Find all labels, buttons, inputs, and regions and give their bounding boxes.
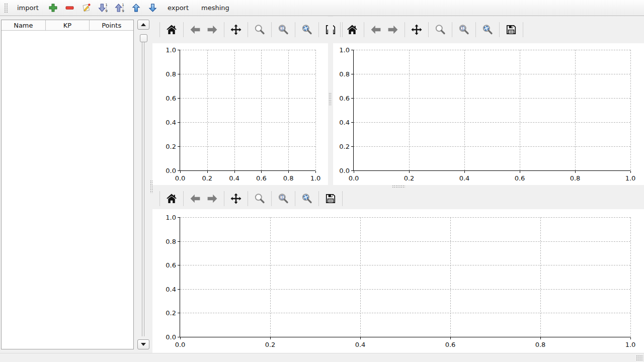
back-button[interactable] (369, 23, 383, 37)
svg-text:1: 1 (461, 26, 464, 31)
zoom-button[interactable] (433, 23, 447, 37)
forward-button[interactable] (205, 192, 219, 206)
gridline (354, 146, 630, 147)
import-button[interactable]: import (12, 2, 44, 14)
column-header-kp[interactable]: KP (46, 20, 90, 30)
x-tick-label: 0.2 (404, 174, 415, 182)
home-icon (166, 24, 178, 36)
home-icon (346, 24, 358, 36)
zoom-fit-button[interactable] (480, 23, 495, 37)
gridline (315, 50, 316, 170)
scrollbar-thumb[interactable] (140, 34, 147, 42)
toolbar-grip-handle[interactable] (4, 3, 8, 13)
zoom-icon (254, 24, 266, 36)
x-tick-mark (261, 171, 262, 173)
forward-button[interactable] (386, 23, 400, 37)
x-tick-mark (630, 337, 631, 339)
toolbar-separator (183, 22, 184, 37)
save-button[interactable] (504, 23, 518, 37)
column-header-points[interactable]: Points (90, 20, 133, 30)
zoom-original-button[interactable]: 1 (276, 23, 290, 37)
back-button[interactable] (188, 23, 202, 37)
x-tick-label: 1.0 (625, 174, 636, 182)
column-header-name[interactable]: Name (2, 20, 46, 30)
toolbar-separator (248, 191, 248, 206)
zoom-icon (434, 24, 446, 36)
segments-table: NameKPPoints (1, 20, 134, 349)
pan-button[interactable] (229, 23, 243, 37)
gridline (354, 98, 630, 99)
add-row-button[interactable] (46, 2, 61, 15)
x-tick-label: 0.2 (202, 174, 212, 182)
triangle-up-icon (141, 23, 146, 26)
toolbar-separator (405, 22, 405, 37)
x-tick-mark (575, 171, 576, 173)
zoom-fit-button[interactable] (300, 192, 314, 206)
zoom-button[interactable] (253, 192, 267, 206)
sort-ascending-button[interactable]: 19 (112, 2, 127, 15)
sash-grip-icon (392, 185, 405, 188)
zoom-fit-icon (301, 24, 313, 36)
home-icon (166, 193, 178, 205)
scrollbar-up-button[interactable] (137, 20, 149, 30)
meshing-button[interactable]: meshing (196, 2, 235, 14)
x-tick-mark (464, 171, 465, 173)
plot-panel-bottom: 1 0.00.20.40.60.81.00.00.20.40.60.81.0 (152, 188, 644, 353)
y-tick-label: 0.0 (166, 333, 176, 341)
y-tick-mark (178, 217, 180, 218)
plot-axes[interactable]: 0.00.20.40.60.81.00.00.20.40.60.81.0 (353, 50, 630, 171)
y-tick-label: 0.4 (339, 119, 350, 126)
y-tick-label: 1.0 (339, 46, 350, 54)
gridline (180, 217, 630, 218)
plot-canvas-top-left[interactable]: 0.00.20.40.60.81.00.00.20.40.60.81.0 (152, 43, 328, 185)
pan-button[interactable] (229, 192, 243, 206)
zoom-original-icon: 1 (277, 24, 289, 36)
home-button[interactable] (345, 23, 359, 37)
pan-button[interactable] (410, 23, 424, 37)
back-button[interactable] (188, 192, 202, 206)
zoom-fit-button[interactable] (300, 23, 314, 37)
zoom-original-button[interactable]: 1 (457, 23, 471, 37)
move-down-button[interactable] (145, 2, 160, 15)
export-button[interactable]: export (162, 2, 194, 14)
gridline (464, 50, 465, 170)
gridline (354, 50, 630, 50)
sort-descending-button[interactable]: 19 (96, 2, 111, 15)
horizontal-sash[interactable] (152, 185, 644, 188)
table-scrollbar (135, 16, 151, 353)
scrollbar-track[interactable] (142, 34, 144, 336)
y-tick-label: 0.2 (339, 143, 350, 150)
window-resize-grip[interactable] (636, 355, 643, 361)
plot-panel-top-right: 1 0.00.20.40.60.81.00.00.20.40.60.81.0 (333, 16, 644, 185)
toolbar-separator (271, 22, 272, 37)
remove-row-button[interactable] (62, 2, 77, 15)
y-tick-mark (178, 241, 180, 242)
x-tick-label: 0.4 (459, 174, 470, 182)
zoom-button[interactable] (253, 23, 267, 37)
svg-text:1: 1 (281, 195, 283, 200)
gridline (450, 217, 451, 337)
scrollbar-down-button[interactable] (137, 339, 149, 349)
plot-canvas-bottom[interactable]: 0.00.20.40.60.81.00.00.20.40.60.81.0 (152, 209, 644, 353)
triangle-down-icon (141, 343, 146, 346)
y-tick-mark (178, 122, 180, 123)
plot-canvas-top-right[interactable]: 0.00.20.40.60.81.00.00.20.40.60.81.0 (333, 43, 644, 185)
zoom-original-button[interactable]: 1 (276, 192, 290, 206)
y-tick-label: 0.6 (339, 95, 350, 102)
move-up-button[interactable] (129, 2, 144, 15)
y-tick-mark (351, 50, 353, 50)
y-tick-mark (351, 170, 353, 171)
gridline (234, 50, 235, 170)
edit-row-button[interactable] (79, 2, 94, 15)
x-tick-mark (270, 337, 271, 339)
x-tick-label: 0.2 (265, 341, 276, 348)
save-button[interactable] (324, 192, 338, 206)
toolbar-separator (271, 191, 272, 206)
forward-button[interactable] (205, 23, 219, 37)
vertical-sash[interactable] (328, 16, 333, 185)
home-button[interactable] (165, 23, 179, 37)
plot-axes[interactable]: 0.00.20.40.60.81.00.00.20.40.60.81.0 (180, 50, 315, 171)
home-button[interactable] (165, 192, 179, 206)
table-body[interactable] (2, 31, 133, 349)
plot-axes[interactable]: 0.00.20.40.60.81.00.00.20.40.60.81.0 (180, 217, 630, 337)
